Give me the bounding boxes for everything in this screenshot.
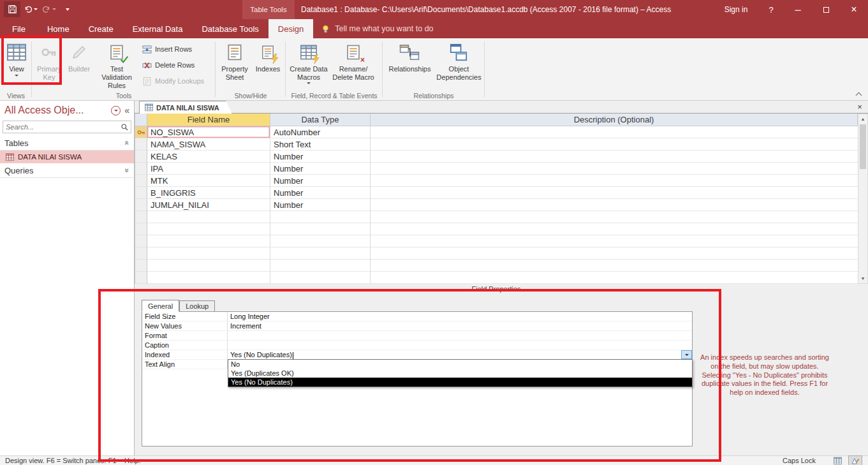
modify-lookups-button[interactable]: Modify Lookups <box>140 75 207 87</box>
row-selector[interactable] <box>135 187 147 199</box>
row-selector[interactable] <box>135 272 147 284</box>
view-button[interactable]: View <box>2 40 31 90</box>
property-value[interactable] <box>228 341 692 350</box>
tab-design[interactable]: Design <box>268 19 313 38</box>
primary-key-button[interactable]: Primary Key <box>34 40 64 90</box>
property-label[interactable]: Format <box>142 331 228 341</box>
data-type-cell[interactable]: Short Text <box>270 138 371 151</box>
property-value[interactable]: Long Integer <box>228 312 692 321</box>
description-cell[interactable] <box>371 163 858 175</box>
row-selector[interactable] <box>135 175 147 187</box>
test-validation-rules-button[interactable]: Test Validation Rules <box>94 40 140 90</box>
object-dependencies-button[interactable]: Object Dependencies <box>435 40 483 90</box>
scroll-up-icon[interactable]: ▲ <box>858 114 867 124</box>
description-cell[interactable] <box>371 151 858 163</box>
field-name-cell[interactable] <box>147 260 270 272</box>
row-selector[interactable] <box>135 126 147 138</box>
builder-button[interactable]: Builder <box>64 40 94 90</box>
field-name-cell[interactable]: MTK <box>147 175 270 187</box>
data-type-cell[interactable]: Number <box>270 199 371 211</box>
tab-database-tools[interactable]: Database Tools <box>192 19 268 38</box>
data-type-cell[interactable] <box>270 260 371 272</box>
description-cell[interactable] <box>371 235 858 247</box>
nav-item-data-nilai-siswa[interactable]: DATA NILAI SISWA <box>0 151 134 163</box>
help-icon[interactable]: ? <box>758 5 784 15</box>
row-selector[interactable] <box>135 163 147 175</box>
row-selector[interactable] <box>135 260 147 272</box>
data-type-cell[interactable] <box>270 223 371 235</box>
data-type-cell[interactable]: Number <box>270 175 371 187</box>
data-type-cell[interactable] <box>270 272 371 284</box>
tab-external-data[interactable]: External Data <box>123 19 193 38</box>
row-selector[interactable] <box>135 247 147 260</box>
save-icon[interactable] <box>4 1 20 17</box>
row-selector[interactable] <box>135 138 147 151</box>
property-label[interactable]: Indexed <box>142 350 228 360</box>
description-cell[interactable] <box>371 260 858 272</box>
insert-rows-button[interactable]: Insert Rows <box>140 43 207 55</box>
property-sheet-button[interactable]: Property Sheet <box>217 40 252 90</box>
data-type-cell[interactable] <box>270 211 371 223</box>
vertical-scrollbar[interactable]: ▲ ▼ <box>858 114 868 284</box>
row-selector[interactable] <box>135 199 147 211</box>
property-label[interactable]: Text Align <box>142 360 228 369</box>
field-name-cell[interactable]: JUMLAH_NILAI <box>147 199 270 211</box>
undo-icon[interactable] <box>22 1 39 17</box>
description-cell[interactable] <box>371 272 858 284</box>
data-type-cell[interactable]: AutoNumber <box>270 126 371 138</box>
field-name-cell[interactable] <box>147 235 270 247</box>
tab-create[interactable]: Create <box>79 19 123 38</box>
data-type-cell[interactable] <box>270 235 371 247</box>
row-selector[interactable] <box>135 235 147 247</box>
nav-section-queries[interactable]: Queries » <box>0 163 134 178</box>
property-value[interactable] <box>228 331 692 341</box>
dropdown-option-yes-duplicates-ok[interactable]: Yes (Duplicates OK) <box>228 369 692 378</box>
relationships-button[interactable]: Relationships <box>385 40 435 90</box>
close-document-icon[interactable]: × <box>855 102 864 112</box>
document-tab[interactable]: DATA NILAI SISWA <box>139 101 232 114</box>
description-cell[interactable] <box>371 211 858 223</box>
row-selector[interactable] <box>135 211 147 223</box>
tell-me-box[interactable]: Tell me what you want to do <box>321 19 433 38</box>
collapse-ribbon-icon[interactable] <box>857 91 862 96</box>
search-icon[interactable] <box>121 123 129 131</box>
data-type-cell[interactable]: Number <box>270 163 371 175</box>
delete-rows-button[interactable]: Delete Rows <box>140 59 207 71</box>
field-name-cell[interactable] <box>147 223 270 235</box>
scroll-down-icon[interactable]: ▼ <box>858 274 867 283</box>
property-value-indexed[interactable]: Yes (No Duplicates) <box>228 350 692 360</box>
data-type-cell[interactable]: Number <box>270 151 371 163</box>
rename-delete-macro-button[interactable]: × Rename/ Delete Macro <box>330 40 377 90</box>
sign-in-link[interactable]: Sign in <box>714 5 758 14</box>
description-cell[interactable] <box>371 138 858 151</box>
nav-pane-title[interactable]: All Access Obje... <box>4 105 107 116</box>
description-cell[interactable] <box>371 126 858 138</box>
minimize-button[interactable]: ─ <box>784 0 812 19</box>
customize-qat-icon[interactable] <box>59 1 76 17</box>
close-button[interactable]: × <box>840 0 868 19</box>
description-cell[interactable] <box>371 247 858 260</box>
description-cell[interactable] <box>371 223 858 235</box>
field-name-cell[interactable]: B_INGGRIS <box>147 187 270 199</box>
property-label[interactable]: Caption <box>142 341 228 350</box>
property-value[interactable]: Increment <box>228 321 692 331</box>
data-type-cell[interactable] <box>270 247 371 260</box>
shutter-bar-icon[interactable]: « <box>124 105 129 115</box>
expand-section-icon[interactable]: » <box>123 168 132 173</box>
row-selector[interactable] <box>135 151 147 163</box>
nav-section-tables[interactable]: Tables « <box>0 136 134 151</box>
search-input[interactable] <box>3 123 121 131</box>
field-name-cell[interactable]: NAMA_SISWA <box>147 138 270 151</box>
create-data-macros-button[interactable]: Create Data Macros <box>288 40 330 90</box>
field-name-cell[interactable] <box>147 211 270 223</box>
tab-general[interactable]: General <box>142 300 179 312</box>
design-view-icon[interactable] <box>849 456 862 465</box>
tab-lookup[interactable]: Lookup <box>179 300 215 312</box>
tab-home[interactable]: Home <box>38 19 79 38</box>
property-label[interactable]: New Values <box>142 321 228 331</box>
indexes-button[interactable]: Indexes <box>252 40 284 90</box>
nav-menu-icon[interactable] <box>111 106 121 115</box>
maximize-button[interactable] <box>812 0 840 19</box>
tab-file[interactable]: File <box>0 19 38 38</box>
datasheet-view-icon[interactable] <box>831 456 844 465</box>
